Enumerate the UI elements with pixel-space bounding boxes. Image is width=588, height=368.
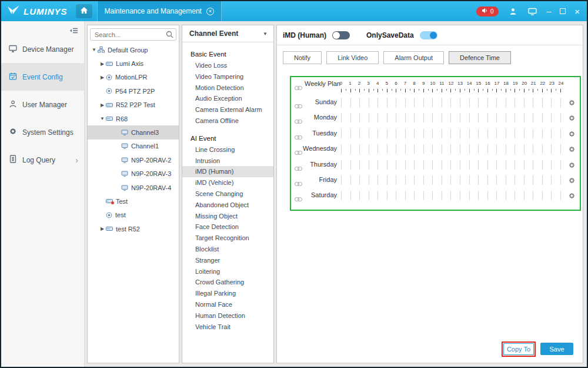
maximize-button[interactable] [560,8,566,14]
tree-node-label: MotionLPR [115,74,147,81]
tree-node-n9p-20rav-3[interactable]: N9P-20RAV-3 [88,167,179,181]
event-item-loitering[interactable]: Loitering [182,266,273,277]
search-icon[interactable] [166,30,173,41]
event-item-scene-changing[interactable]: Scene Changing [182,188,273,200]
tree-node-label: N9P-20RAV-4 [131,184,171,191]
tree-node-n9p-20rav-4[interactable]: N9P-20RAV-4 [88,181,179,194]
sidebar-item-log-query[interactable]: Log Query › [1,146,84,174]
user-icon[interactable] [507,6,518,16]
search-input[interactable] [90,28,176,41]
tree-node-p54-ptz-p2p[interactable]: P54 PTZ P2P [88,84,179,98]
timeline-saturday[interactable] [341,191,561,200]
tree-node-motionlpr[interactable]: ▶ MotionLPR [88,71,179,84]
event-item-missing-object[interactable]: Missing Object [182,211,273,222]
timeline-friday[interactable] [341,175,561,185]
timeline-wednesday[interactable] [341,144,561,154]
timeline-monday[interactable] [341,113,561,122]
home-button[interactable] [76,4,92,18]
link-all-icon[interactable] [295,82,302,92]
event-item-crowd-gathering[interactable]: Crowd Gathering [182,277,273,288]
brand: LUMINYS [1,5,76,17]
sidebar-item-user-manager[interactable]: User Manager [1,91,84,118]
event-item-line-crossing[interactable]: Line Crossing [182,144,273,155]
event-item-intrusion[interactable]: Intrusion [182,155,273,167]
sidebar-collapse-icon[interactable] [69,26,78,37]
tab-close-icon[interactable]: × [206,8,214,15]
minimize-button[interactable]: – [546,6,551,16]
tree-node-test[interactable]: test [88,208,179,222]
tree-node-r52-p2p-test[interactable]: ▶ R52 P2P Test [88,98,179,112]
only-save-data-toggle[interactable] [420,31,437,39]
brand-name: LUMINYS [24,6,68,16]
gear-icon[interactable] [568,176,576,187]
alarm-sound-badge[interactable]: 0 [476,6,499,16]
save-button[interactable]: Save [540,343,573,355]
expand-right-icon[interactable]: ▶ [99,61,106,67]
tree-node-channel1[interactable]: Channel1 [88,140,179,153]
event-list-panel: Channel Event ▼ Basic Event Video Loss V… [182,25,274,363]
gear-icon[interactable] [568,98,576,109]
event-item-vehicle-trait[interactable]: Vehicle Trait [182,321,273,333]
expand-down-icon[interactable]: ▼ [91,47,98,52]
expand-right-icon[interactable]: ▶ [99,102,106,108]
event-item-abandoned-object[interactable]: Abandoned Object [182,200,273,211]
gear-icon[interactable] [568,191,576,202]
tree-node-n9p-20rav-2[interactable]: N9P-20RAV-2 [88,153,179,167]
sidebar-item-event-config[interactable]: Event Config [1,63,84,91]
event-item-audio-exception[interactable]: Audio Exception [182,93,273,104]
sidebar-item-device-manager[interactable]: Device Manager [1,35,84,63]
event-item-video-tampering[interactable]: Video Tampering [182,71,273,82]
close-button[interactable]: × [574,6,580,16]
timeline-tuesday[interactable] [341,129,561,138]
dome-camera-icon [106,74,112,81]
tab-defence-time[interactable]: Defence Time [449,51,511,64]
event-item-target-recognition[interactable]: Target Recognition [182,233,273,244]
gear-icon[interactable] [568,145,576,155]
event-item-normal-face[interactable]: Normal Face [182,299,273,310]
gear-icon[interactable] [568,130,576,140]
config-header: iMD (Human) OnlySaveData [277,25,583,45]
tree-node-channel3[interactable]: Channel3 [88,125,179,139]
channel-icon [121,130,128,135]
enable-toggle[interactable] [332,31,350,39]
event-item-video-loss[interactable]: Video Loss [182,60,273,71]
device-manager-icon [9,45,17,54]
tab-notify[interactable]: Notify [283,51,322,64]
tree-node-r68[interactable]: ▼ R68 [88,112,179,125]
tab-link-video[interactable]: Link Video [326,51,379,64]
timeline-sunday[interactable] [341,98,561,107]
tree-node-default-group[interactable]: ▼ Default Group [88,43,179,57]
tree-node-test-offline[interactable]: Test [88,194,179,208]
gear-icon[interactable] [568,114,576,124]
tab-maintenance-management[interactable]: Maintenance and Management × [97,1,222,21]
event-category-dropdown[interactable]: Channel Event ▼ [182,25,273,42]
copy-to-button[interactable]: Copy To [503,343,534,355]
tab-alarm-output[interactable]: Alarm Output [383,51,444,64]
tree-node-test-r52[interactable]: ▶ test R52 [88,222,179,236]
screen-icon[interactable] [527,6,537,16]
channel-icon [121,143,128,149]
sidebar-item-system-settings[interactable]: System Settings [1,118,84,146]
toggle-knob [430,32,437,39]
expand-down-icon[interactable]: ▼ [99,116,106,121]
event-item-face-detection[interactable]: Face Detection [182,221,273,233]
event-item-human-detection[interactable]: Human Detection [182,310,273,321]
event-item-illegal-parking[interactable]: Illegal Parking [182,288,273,299]
event-item-camera-external-alarm[interactable]: Camera External Alarm [182,104,273,115]
event-item-stranger[interactable]: Stranger [182,255,273,266]
event-item-imd-human[interactable]: iMD (Human) [182,166,273,177]
gear-icon[interactable] [568,161,576,171]
tree-node-lumi-axis[interactable]: ▶ Lumi Axis [88,57,179,70]
event-item-blocklist[interactable]: Blocklist [182,244,273,255]
system-settings-icon [9,127,17,137]
nvr-icon [106,226,113,231]
device-tree-panel: ▼ Default Group ▶ Lumi Axis ▶ MotionLPR [87,25,179,363]
event-item-imd-vehicle[interactable]: iMD (Vehicle) [182,177,273,188]
event-item-camera-offline[interactable]: Camera Offline [182,115,273,127]
nvr-icon [106,116,113,121]
tab-label: Maintenance and Management [105,7,202,15]
event-item-motion-detection[interactable]: Motion Detection [182,82,273,94]
expand-right-icon[interactable]: ▶ [99,75,106,80]
timeline-thursday[interactable] [341,160,561,170]
expand-right-icon[interactable]: ▶ [99,226,106,231]
